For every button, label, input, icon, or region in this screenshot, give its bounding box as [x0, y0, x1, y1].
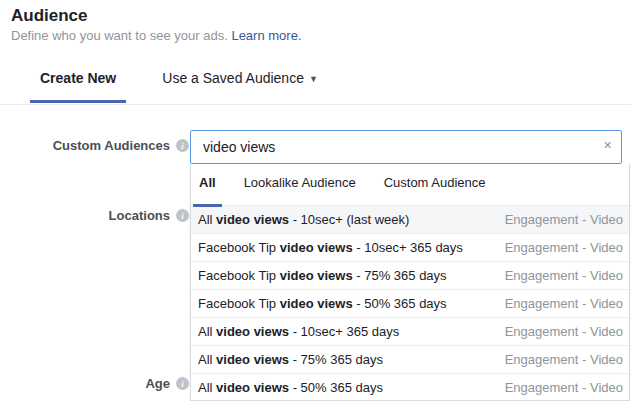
audience-type: Engagement - Video	[505, 324, 623, 339]
audience-type: Engagement - Video	[505, 212, 623, 227]
locations-label-text: Locations	[109, 208, 170, 223]
audience-search-dropdown: All Lookalike Audience Custom Audience A…	[190, 164, 630, 401]
info-icon[interactable]: i	[176, 209, 189, 222]
learn-more-link[interactable]: Learn more.	[231, 28, 301, 43]
list-item[interactable]: All video views - 10sec+ 365 days Engage…	[191, 318, 629, 346]
tabbar-divider	[0, 104, 631, 105]
audience-name: Facebook Tip video views - 75% 365 days	[198, 268, 447, 283]
age-label-text: Age	[145, 376, 170, 391]
audience-name: All video views - 50% 365 days	[198, 380, 383, 395]
dropdown-tab-custom-audience[interactable]: Custom Audience	[378, 175, 492, 205]
clear-search-icon[interactable]: ✕	[603, 140, 612, 151]
list-item[interactable]: Facebook Tip video views - 10sec+ 365 da…	[191, 234, 629, 262]
age-label: Age i	[145, 376, 189, 391]
audience-type: Engagement - Video	[505, 240, 623, 255]
audience-name: All video views - 10sec+ 365 days	[198, 324, 399, 339]
audience-name: Facebook Tip video views - 50% 365 days	[198, 296, 447, 311]
tab-create-new[interactable]: Create New	[30, 70, 126, 103]
info-icon[interactable]: i	[176, 139, 189, 152]
page-title: Audience	[11, 6, 88, 26]
list-item[interactable]: All video views - 75% 365 days Engagemen…	[191, 346, 629, 374]
audience-name: All video views - 10sec+ (last week)	[198, 212, 409, 227]
dropdown-tab-lookalike-audience[interactable]: Lookalike Audience	[238, 175, 362, 205]
chevron-down-icon: ▼	[309, 74, 318, 84]
audience-type: Engagement - Video	[505, 380, 623, 395]
audience-name: All video views - 75% 365 days	[198, 352, 383, 367]
list-item[interactable]: All video views - 50% 365 days Engagemen…	[191, 374, 629, 401]
audience-name: Facebook Tip video views - 10sec+ 365 da…	[198, 240, 463, 255]
page-subtitle: Define who you want to see your ads. Lea…	[11, 28, 302, 43]
info-icon[interactable]: i	[176, 377, 189, 390]
audience-type: Engagement - Video	[505, 268, 623, 283]
audience-tabbar: Create New Use a Saved Audience▼	[30, 70, 328, 103]
subtitle-text: Define who you want to see your ads.	[11, 28, 231, 43]
locations-label: Locations i	[109, 208, 189, 223]
list-item[interactable]: Facebook Tip video views - 50% 365 days …	[191, 290, 629, 318]
list-item[interactable]: All video views - 10sec+ (last week) Eng…	[191, 206, 629, 234]
tab-use-saved-audience[interactable]: Use a Saved Audience▼	[152, 70, 328, 103]
tab-use-saved-label: Use a Saved Audience	[162, 70, 304, 86]
audience-type: Engagement - Video	[505, 296, 623, 311]
custom-audiences-label: Custom Audiences i	[53, 138, 189, 153]
custom-audiences-label-text: Custom Audiences	[53, 138, 170, 153]
dropdown-tabbar: All Lookalike Audience Custom Audience	[191, 164, 629, 206]
audience-section: Audience Define who you want to see your…	[0, 0, 631, 401]
dropdown-tab-all[interactable]: All	[193, 175, 222, 207]
custom-audiences-search-input[interactable]	[190, 130, 622, 164]
dropdown-results-list: All video views - 10sec+ (last week) Eng…	[191, 206, 629, 401]
list-item[interactable]: Facebook Tip video views - 75% 365 days …	[191, 262, 629, 290]
audience-type: Engagement - Video	[505, 352, 623, 367]
